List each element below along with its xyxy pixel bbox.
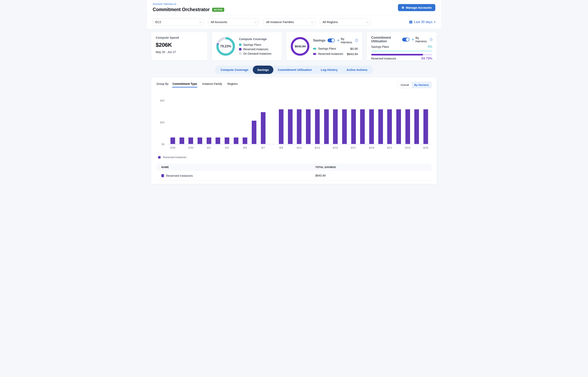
savings-plans-progress-bar xyxy=(371,50,432,52)
savings-bar-chart: $40 $20 $0 5/285/306/16/36/56/76/96/116/… xyxy=(156,97,432,149)
tab-savings[interactable]: Savings xyxy=(253,66,273,74)
x-tick: 6/1 xyxy=(204,146,213,149)
y-tick-0: $0 xyxy=(162,143,165,146)
view-toggle-overall[interactable]: Overall xyxy=(398,82,411,88)
savings-by-harness: By Harness xyxy=(337,37,353,44)
summary-cards: Compute Spend $206K May 28 - Jun 27 79.2… xyxy=(147,29,441,61)
column-name: NAME xyxy=(156,164,311,171)
savings-row-reserved-instances: Reserved Instances $643.94 xyxy=(313,52,358,56)
x-tick xyxy=(177,146,187,149)
chevron-down-icon xyxy=(199,21,201,23)
group-tab-instance-family[interactable]: Instance Family xyxy=(202,82,222,87)
info-icon[interactable]: i xyxy=(430,38,432,41)
table-header-row: NAME TOTAL SAVINGS xyxy=(156,164,432,171)
reserved-instances-swatch xyxy=(239,48,241,50)
x-tick: 6/13 xyxy=(313,146,322,149)
savings-by-harness-toggle[interactable] xyxy=(328,38,335,42)
bar-6/12 xyxy=(304,97,313,144)
x-tick: 6/25 xyxy=(421,146,430,149)
y-tick-40: $40 xyxy=(160,99,165,102)
chart-legend: Reserved Instances xyxy=(157,155,432,159)
title-row: Commitment Orchestrator ACTIVE xyxy=(153,7,224,12)
x-tick: 6/7 xyxy=(259,146,268,149)
bar-6/13 xyxy=(313,97,322,144)
x-tick: 5/28 xyxy=(168,146,177,149)
reserved-instances-swatch xyxy=(313,53,316,55)
date-range-picker[interactable]: Last 30 days ▾ xyxy=(409,20,435,24)
savings-title: Savings xyxy=(313,39,325,42)
reserved-instances-label: Reserved Instances xyxy=(318,52,343,56)
x-tick xyxy=(304,146,313,149)
compute-coverage-title: Compute Coverage xyxy=(239,37,271,41)
row-name-label: Reserved Instances xyxy=(166,174,193,177)
calendar-icon xyxy=(409,20,412,24)
manage-accounts-button[interactable]: ⚙ Manage Accounts xyxy=(398,4,435,11)
group-by-label: Group By xyxy=(156,82,168,85)
group-tab-regions[interactable]: Regions xyxy=(227,82,238,87)
accounts-select[interactable]: All Accounts xyxy=(208,18,259,25)
compute-spend-value: $206K xyxy=(156,42,203,48)
x-tick: 6/11 xyxy=(295,146,304,149)
group-tab-commitment-type[interactable]: Commitment Type xyxy=(172,82,197,87)
chevron-down-icon xyxy=(311,21,313,23)
x-tick: 6/17 xyxy=(349,146,358,149)
legend-label: Reserved Instances xyxy=(163,156,187,159)
compute-coverage-card: 79.23% Compute Coverage Savings Plans Re… xyxy=(212,32,282,61)
bar-6/16 xyxy=(340,97,349,144)
tab-compute-coverage[interactable]: Compute Coverage xyxy=(216,66,253,74)
utilisation-row-reserved-instances: Reserved Instances 84.79% xyxy=(371,57,432,60)
savings-by-harness-label: By Harness xyxy=(341,37,353,44)
reserved-instances-swatch xyxy=(161,174,164,177)
x-tick xyxy=(394,146,403,149)
plot-area xyxy=(167,97,432,144)
x-tick: 6/3 xyxy=(222,146,232,149)
table-row[interactable]: Reserved Instances $643.94 xyxy=(156,171,432,180)
reserved-instances-progress-bar xyxy=(371,54,432,56)
bar-5/29 xyxy=(177,97,187,144)
utilisation-by-harness-toggle[interactable] xyxy=(402,38,410,42)
harness-logo-icon xyxy=(411,38,414,41)
service-select-value: EC2 xyxy=(155,20,161,24)
legend-swatch[interactable] xyxy=(157,155,161,159)
bar-6/22 xyxy=(394,97,403,144)
savings-plans-label: Savings Plans xyxy=(243,43,261,46)
utilisation-by-harness-label: By Harness xyxy=(416,36,428,43)
tab-commitment-utilisation[interactable]: Commitment Utilisation xyxy=(273,66,316,74)
view-toggle-by-harness[interactable]: By Harness xyxy=(411,82,431,88)
savings-row-savings-plans: Savings Plans $0.00 xyxy=(313,47,358,50)
info-icon[interactable]: i xyxy=(355,39,358,42)
x-tick xyxy=(340,146,349,149)
savings-donut-label: $643.94 xyxy=(295,45,306,48)
bar-6/9 xyxy=(277,97,286,144)
bar-6/3 xyxy=(222,97,232,144)
date-range-label: Last 30 days xyxy=(414,20,433,24)
bar-5/28 xyxy=(168,97,177,144)
status-badge: ACTIVE xyxy=(212,8,224,12)
account-link[interactable]: Account: Harness.io xyxy=(153,2,176,5)
coverage-donut-chart: 79.23% xyxy=(216,37,235,56)
savings-plans-label: Savings Plans xyxy=(371,45,389,48)
bar-6/18 xyxy=(358,97,367,144)
instance-families-select[interactable]: All Instance Families xyxy=(264,18,315,25)
bar-6/6 xyxy=(250,97,259,144)
bar-6/24 xyxy=(412,97,422,144)
bar-6/14 xyxy=(322,97,331,144)
gear-icon: ⚙ xyxy=(401,6,404,9)
service-select[interactable]: EC2 xyxy=(153,18,203,25)
regions-select[interactable]: All Regions xyxy=(320,18,371,25)
bar-6/4 xyxy=(232,97,241,144)
group-by-row: Group By Commitment Type Instance Family… xyxy=(156,82,432,88)
bar-6/1 xyxy=(204,97,213,144)
reserved-instances-value: $643.94 xyxy=(347,52,358,56)
bar-6/17 xyxy=(349,97,358,144)
on-demand-label: On Demand Instances xyxy=(243,52,271,55)
savings-plans-swatch xyxy=(239,44,241,46)
compute-spend-title: Compute Spend xyxy=(156,36,203,39)
bar-6/23 xyxy=(403,97,412,144)
commitment-orchestrator-page: Account: Harness.io Commitment Orchestra… xyxy=(147,0,441,188)
tab-active-actions[interactable]: Active Actions xyxy=(342,66,372,74)
bar-6/19 xyxy=(367,97,376,144)
chevron-down-icon xyxy=(366,21,369,23)
tab-log-history[interactable]: Log History xyxy=(316,66,342,74)
savings-plans-label: Savings Plans xyxy=(318,47,336,50)
